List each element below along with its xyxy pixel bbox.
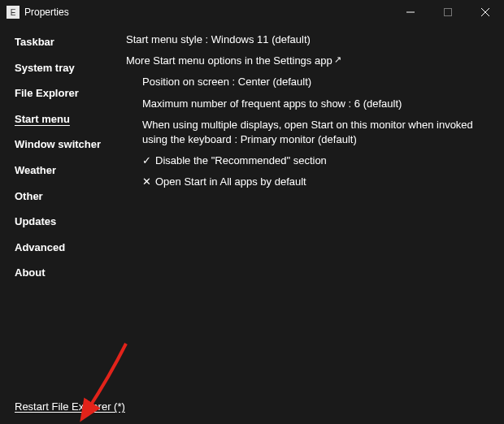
close-button[interactable]	[467, 0, 504, 24]
app-icon: E	[7, 6, 20, 19]
restart-explorer-link[interactable]: Restart File Explorer (*)	[15, 400, 125, 413]
more-options-link[interactable]: More Start menu options in the Settings …	[126, 50, 489, 71]
start-menu-style-setting[interactable]: Start menu style : Windows 11 (default)	[126, 29, 489, 50]
sidebar-item-taskbar[interactable]: Taskbar	[15, 29, 126, 55]
open-all-apps-toggle[interactable]: ✕ Open Start in All apps by default	[126, 171, 489, 193]
disable-recommended-label: Disable the "Recommended" section	[155, 154, 327, 168]
content-area: Taskbar System tray File Explorer Start …	[0, 24, 504, 424]
sidebar-item-other[interactable]: Other	[15, 184, 126, 210]
x-icon: ✕	[142, 175, 155, 189]
sidebar: Taskbar System tray File Explorer Start …	[0, 24, 126, 424]
position-label: Position on screen : Center (default)	[142, 75, 311, 89]
disable-recommended-toggle[interactable]: ✓ Disable the "Recommended" section	[126, 150, 489, 171]
max-frequent-setting[interactable]: Maximum number of frequent apps to show …	[126, 93, 489, 115]
window-controls	[392, 0, 504, 24]
svg-rect-1	[445, 9, 452, 16]
position-setting[interactable]: Position on screen : Center (default)	[126, 71, 489, 93]
sidebar-item-start-menu[interactable]: Start menu	[15, 106, 126, 132]
main-panel: Start menu style : Windows 11 (default) …	[126, 24, 504, 424]
sidebar-item-advanced[interactable]: Advanced	[15, 235, 126, 261]
window-title: Properties	[24, 6, 69, 18]
maximize-button[interactable]	[429, 0, 467, 24]
sidebar-item-about[interactable]: About	[15, 260, 126, 286]
sidebar-item-updates[interactable]: Updates	[15, 209, 126, 235]
sidebar-item-file-explorer[interactable]: File Explorer	[15, 80, 126, 106]
multi-display-label: When using multiple displays, open Start…	[142, 118, 489, 147]
more-options-label: More Start menu options in the Settings …	[126, 54, 332, 68]
multi-display-setting[interactable]: When using multiple displays, open Start…	[126, 115, 489, 150]
start-menu-style-label: Start menu style : Windows 11 (default)	[126, 32, 311, 47]
max-frequent-label: Maximum number of frequent apps to show …	[142, 97, 402, 111]
open-all-apps-label: Open Start in All apps by default	[155, 175, 306, 189]
sidebar-item-system-tray[interactable]: System tray	[15, 55, 126, 81]
sidebar-item-weather[interactable]: Weather	[15, 158, 126, 184]
titlebar: E Properties	[0, 0, 504, 24]
check-icon: ✓	[142, 154, 155, 168]
minimize-button[interactable]	[392, 0, 429, 24]
sidebar-item-window-switcher[interactable]: Window switcher	[15, 132, 126, 158]
external-link-icon: ↗	[334, 54, 341, 66]
